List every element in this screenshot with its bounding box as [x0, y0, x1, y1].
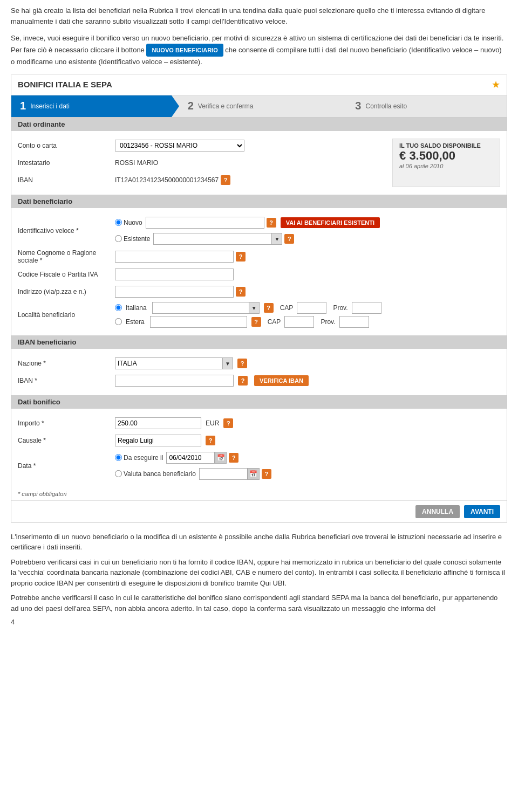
bottom-buttons: ANNULLA AVANTI	[11, 500, 507, 522]
radio-estera[interactable]	[115, 318, 122, 325]
conto-select-container: 00123456 - ROSSI MARIO	[115, 140, 244, 152]
iban-value: IT12A012341234500000001234567	[115, 176, 219, 184]
importo-help[interactable]: ?	[223, 418, 233, 428]
avanti-button[interactable]: AVANTI	[464, 505, 500, 518]
importo-row: Importo * EUR ?	[18, 416, 500, 430]
data-label: Data *	[18, 462, 115, 470]
localita-field: Italiana ▼ ? CAP Prov. Es	[115, 302, 500, 328]
id-veloce-field: Nuovo ? VAI AI BENEFICIARI ESISTENTI Esi…	[115, 216, 500, 246]
step-2[interactable]: 2 Verifica e conferma	[179, 95, 339, 117]
iban-bene-field: ? VERIFICA IBAN	[115, 375, 500, 387]
bonifici-header: BONIFICI ITALIA E SEPA ★	[11, 74, 507, 95]
esistente-dropdown-arrow[interactable]: ▼	[271, 233, 282, 245]
star-icon[interactable]: ★	[492, 79, 500, 91]
importo-field: EUR ?	[115, 417, 500, 429]
balance-label: IL TUO SALDO DISPONIBILE	[399, 142, 493, 149]
prov-label-italiana: Prov.	[333, 304, 347, 312]
estera-input[interactable]	[150, 316, 247, 328]
codice-input[interactable]	[115, 269, 234, 280]
esistente-select-wrapper: ▼	[153, 233, 282, 245]
dati-ordinante-content: Conto o carta 00123456 - ROSSI MARIO Int…	[11, 131, 507, 195]
iban-bene-row: IBAN * ? VERIFICA IBAN	[18, 374, 500, 388]
importo-input[interactable]	[115, 417, 201, 429]
step1-label: Inserisci i dati	[30, 102, 70, 110]
step-1[interactable]: 1 Inserisci i dati	[11, 95, 172, 117]
id-nuovo-input[interactable]	[146, 217, 264, 229]
data-field: Da eseguire il 📅 ? Valuta banca benefici…	[115, 451, 500, 481]
step3-label: Controlla esito	[365, 102, 407, 110]
iban-help-btn[interactable]: ?	[221, 175, 230, 185]
iban-bene-help[interactable]: ?	[238, 376, 248, 386]
conto-label: Conto o carta	[18, 142, 115, 149]
intro-paragraph2: Se, invece, vuoi eseguire il bonifico ve…	[11, 33, 507, 67]
valuta-input[interactable]	[199, 468, 248, 480]
calendar-icon[interactable]: 📅	[215, 452, 227, 464]
id-esistente-input[interactable]	[153, 233, 272, 245]
dati-ordinante-header: Dati ordinante	[11, 118, 507, 131]
radio-da-eseguire[interactable]	[115, 454, 122, 461]
importo-label: Importo *	[18, 419, 115, 427]
dati-bonifico-content: Importo * EUR ? Causale * ? Data * D	[11, 409, 507, 488]
nome-help[interactable]: ?	[236, 252, 246, 262]
mandatory-note: * campi obbligatori	[11, 488, 507, 500]
iban-beneficiario-header: IBAN beneficiario	[11, 335, 507, 349]
valuta-calendar-icon[interactable]: 📅	[248, 468, 260, 480]
prov-estera-input[interactable]	[339, 316, 369, 328]
data-row: Data * Da eseguire il 📅 ? Valuta banca b…	[18, 451, 500, 481]
prov-italiana-input[interactable]	[352, 302, 381, 314]
radio-esistente-label: Esistente	[124, 235, 150, 243]
data-input[interactable]	[166, 452, 215, 464]
dati-bonifico-header: Dati bonifico	[11, 395, 507, 409]
radio-valuta[interactable]	[115, 470, 122, 477]
codice-row: Codice Fiscale o Partita IVA	[18, 267, 500, 281]
estera-label: Estera	[126, 318, 145, 326]
cap-label-italiana: CAP	[280, 304, 294, 312]
prov-label-estera: Prov.	[321, 318, 335, 326]
nome-input[interactable]	[115, 251, 234, 263]
currency-label: EUR	[206, 419, 219, 427]
iban-bene-label: IBAN *	[18, 377, 115, 384]
localita-row: Località beneficiario Italiana ▼ ? CAP	[18, 302, 500, 328]
cap-label-estera: CAP	[268, 318, 281, 326]
nazione-input[interactable]	[115, 357, 223, 369]
vai-beneficiari-btn[interactable]: VAI AI BENEFICIARI ESISTENTI	[281, 217, 380, 228]
estera-help[interactable]: ?	[251, 317, 261, 327]
nazione-dropdown-arrow[interactable]: ▼	[222, 357, 233, 369]
indirizzo-help[interactable]: ?	[236, 287, 246, 297]
italiana-row: Italiana ▼ ? CAP Prov.	[115, 302, 381, 314]
balance-amount: € 3.500,00	[399, 149, 493, 163]
intestatario-row: Intestatario ROSSI MARIO	[18, 156, 392, 170]
bonifici-form: BONIFICI ITALIA E SEPA ★ 1 Inserisci i d…	[11, 74, 507, 523]
step-3[interactable]: 3 Controlla esito	[346, 95, 507, 117]
nazione-help[interactable]: ?	[237, 359, 247, 368]
iban-bene-input[interactable]	[115, 375, 234, 387]
radio-italiana[interactable]	[115, 304, 122, 311]
indirizzo-label: Indirizzo (via/p.zza e n.)	[18, 288, 115, 295]
causale-input[interactable]	[115, 435, 201, 446]
intestatario-label: Intestatario	[18, 159, 115, 167]
radio-nuovo-label: Nuovo	[124, 219, 142, 226]
verifica-iban-btn[interactable]: VERIFICA IBAN	[254, 375, 309, 386]
balance-value: 3.500,00	[409, 149, 455, 162]
annulla-button[interactable]: ANNULLA	[415, 505, 460, 518]
radio-nuovo[interactable]	[115, 219, 122, 226]
radio-esistente[interactable]	[115, 235, 122, 242]
italiana-input[interactable]	[152, 302, 249, 314]
id-nuovo-help[interactable]: ?	[267, 218, 276, 228]
italiana-dropdown-arrow[interactable]: ▼	[249, 302, 260, 314]
cap-estera-input[interactable]	[284, 316, 314, 328]
currency-sign: €	[399, 149, 406, 162]
cap-italiana-input[interactable]	[297, 302, 326, 314]
conto-select[interactable]: 00123456 - ROSSI MARIO	[115, 140, 244, 152]
indirizzo-input[interactable]	[115, 286, 234, 298]
italiana-help[interactable]: ?	[264, 303, 274, 313]
indirizzo-row: Indirizzo (via/p.zza e n.) ?	[18, 285, 500, 299]
nazione-label: Nazione *	[18, 360, 115, 367]
estera-row: Estera ? CAP Prov.	[115, 316, 381, 328]
nazione-row: Nazione * ▼ ?	[18, 356, 500, 370]
bonifici-title: BONIFICI ITALIA E SEPA	[18, 80, 112, 89]
data-help[interactable]: ?	[229, 453, 238, 463]
id-esistente-help[interactable]: ?	[284, 234, 294, 244]
valuta-help[interactable]: ?	[262, 469, 271, 479]
causale-help[interactable]: ?	[206, 436, 215, 445]
